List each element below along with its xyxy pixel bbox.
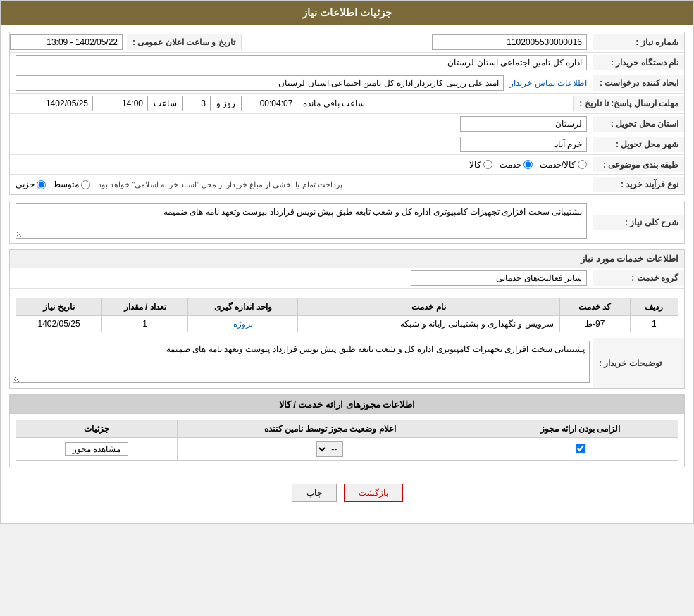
general-desc-section: شرح کلی نیاز :	[9, 201, 685, 244]
permits-table-wrapper: الزامی بودن ارائه مجوز اعلام وضعیت مجوز …	[10, 414, 684, 467]
requester-value: اطلاعات تماس خریدار	[10, 73, 593, 93]
buyer-notes-row: توضیحات خریدار :	[10, 338, 684, 388]
page-header: جزئیات اطلاعات نیاز	[1, 1, 693, 25]
permits-section: اطلاعات مجوزهای ارائه خدمت / کالا الزامی…	[9, 394, 685, 467]
category-radio-kala-khedmat[interactable]	[578, 160, 587, 169]
perm-status-cell: --	[177, 438, 483, 461]
purchase-type-radio-partial[interactable]	[37, 180, 46, 189]
perm-status-select[interactable]: --	[316, 441, 343, 457]
buyer-org-input[interactable]	[16, 55, 587, 70]
services-table-wrapper: ردیف کد خدمت نام خدمت واحد اندازه گیری ت…	[10, 289, 684, 338]
buyer-notes-label: توضیحات خریدار :	[593, 338, 684, 388]
purchase-type-row: نوع فرآیند خرید : پرداخت تمام یا بخشی از…	[10, 175, 684, 194]
days-label: روز و	[216, 99, 235, 108]
requester-input[interactable]	[16, 75, 504, 91]
province-input[interactable]	[460, 116, 587, 132]
table-row: 1 97-ط سرویس و نگهداری و پشتیبانی رایانه…	[16, 316, 678, 332]
contact-link[interactable]: اطلاعات تماس خریدار	[509, 78, 587, 88]
deadline-value: ساعت باقی مانده روز و ساعت	[10, 94, 573, 113]
permit-row: -- مشاهده مجوز	[16, 438, 678, 461]
province-label: استان محل تحویل :	[593, 116, 684, 132]
need-number-value	[299, 32, 593, 52]
col-unit: واحد اندازه گیری	[188, 298, 298, 316]
general-desc-row: شرح کلی نیاز :	[10, 201, 684, 243]
general-desc-label: شرح کلی نیاز :	[593, 215, 684, 230]
remaining-label: ساعت باقی مانده	[303, 99, 365, 108]
category-label: طبقه بندی موضوعی :	[593, 157, 684, 172]
announce-datetime-label: تاریخ و ساعت اعلان عمومی :	[127, 34, 242, 50]
permits-title: اطلاعات مجوزهای ارائه خدمت / کالا	[10, 395, 684, 414]
deadline-days-input[interactable]	[182, 96, 211, 111]
service-group-input[interactable]	[411, 270, 587, 286]
category-option-2: خدمت	[500, 160, 533, 170]
time-label: ساعت	[154, 99, 177, 108]
city-value	[10, 134, 593, 154]
col-row-num: ردیف	[630, 298, 678, 316]
announce-datetime-input[interactable]	[10, 34, 123, 50]
cell-quantity: 1	[102, 316, 188, 332]
deadline-remaining-input[interactable]	[241, 96, 297, 111]
city-row: شهر محل تحویل :	[10, 134, 684, 155]
print-button[interactable]: چاپ	[292, 484, 337, 502]
deadline-time-input[interactable]	[99, 96, 148, 111]
perm-col-status: اعلام وضعیت مجوز توسط نامین کننده	[177, 420, 483, 438]
general-desc-textarea[interactable]	[16, 203, 587, 239]
service-group-row: گروه خدمت :	[10, 268, 684, 289]
requester-row: ایجاد کننده درخواست : اطلاعات تماس خریدا…	[10, 73, 684, 94]
category-label-khedmat: خدمت	[500, 160, 521, 170]
deadline-date-input[interactable]	[16, 96, 93, 111]
services-table: ردیف کد خدمت نام خدمت واحد اندازه گیری ت…	[16, 298, 678, 332]
city-input[interactable]	[460, 137, 587, 152]
col-date: تاریخ نیاز	[16, 298, 102, 316]
province-row: استان محل تحویل :	[10, 114, 684, 134]
cell-service-name: سرویس و نگهداری و پشتیبانی رایانه و شبکه	[298, 316, 559, 332]
purchase-type-option-1: جزیی	[16, 180, 46, 189]
category-option-1: کالا	[469, 160, 492, 170]
buyer-org-label: نام دستگاه خریدار :	[593, 55, 684, 70]
permits-table: الزامی بودن ارائه مجوز اعلام وضعیت مجوز …	[16, 420, 678, 461]
service-group-value	[10, 268, 593, 288]
back-button[interactable]: بازگشت	[344, 484, 403, 502]
need-number-row: شماره نیاز : تاریخ و ساعت اعلان عمومی :	[10, 32, 684, 53]
perm-details-cell: مشاهده مجوز	[16, 438, 178, 461]
category-label-kala: کالا	[469, 160, 481, 170]
category-label-kala-khedmat: کالا/خدمت	[540, 160, 576, 170]
bottom-buttons: بازگشت چاپ	[9, 473, 685, 516]
category-row: طبقه بندی موضوعی : کالا/خدمت خدمت	[10, 155, 684, 175]
purchase-type-note: پرداخت تمام یا بخشی از مبلغ خریدار از مح…	[96, 180, 342, 189]
deadline-label: مهلت ارسال پاسخ: تا تاریخ :	[573, 96, 684, 111]
need-number-label: شماره نیاز :	[593, 34, 684, 50]
cell-row-num: 1	[630, 316, 678, 332]
view-permit-button[interactable]: مشاهده مجوز	[65, 442, 128, 456]
category-radio-kala[interactable]	[483, 160, 492, 169]
perm-col-required: الزامی بودن ارائه مجوز	[483, 420, 678, 438]
service-group-label: گروه خدمت :	[593, 270, 684, 286]
services-title: اطلاعات خدمات مورد نیاز	[10, 250, 684, 268]
requester-label: ایجاد کننده درخواست :	[593, 75, 684, 91]
purchase-type-label: نوع فرآیند خرید :	[593, 177, 684, 192]
purchase-type-label-medium: متوسط	[53, 180, 79, 189]
purchase-type-option-2: متوسط	[53, 180, 90, 189]
buyer-org-value	[10, 53, 593, 73]
city-label: شهر محل تحویل :	[593, 137, 684, 152]
perm-required-checkbox[interactable]	[576, 444, 585, 453]
category-option-3: کالا/خدمت	[540, 160, 587, 170]
category-value: کالا/خدمت خدمت کالا	[10, 158, 593, 172]
general-desc-value	[10, 201, 593, 243]
services-section: اطلاعات خدمات مورد نیاز گروه خدمت : ردیف…	[9, 249, 685, 389]
col-service-code: کد خدمت	[559, 298, 630, 316]
category-radio-khedmat[interactable]	[523, 160, 533, 169]
purchase-type-radio-medium[interactable]	[81, 180, 90, 189]
perm-col-details: جزئیات	[16, 420, 178, 438]
purchase-type-value: پرداخت تمام یا بخشی از مبلغ خریدار از مح…	[10, 177, 593, 191]
purchase-type-label-partial: جزیی	[16, 180, 35, 189]
perm-required-cell	[483, 438, 678, 461]
col-service-name: نام خدمت	[298, 298, 559, 316]
buyer-org-row: نام دستگاه خریدار :	[10, 53, 684, 73]
need-number-input[interactable]	[432, 34, 587, 50]
need-info-section: شماره نیاز : تاریخ و ساعت اعلان عمومی : …	[9, 32, 685, 195]
cell-service-code: 97-ط	[559, 316, 630, 332]
province-value	[10, 114, 593, 134]
cell-date: 1402/05/25	[16, 316, 102, 332]
buyer-notes-textarea[interactable]	[13, 341, 590, 383]
